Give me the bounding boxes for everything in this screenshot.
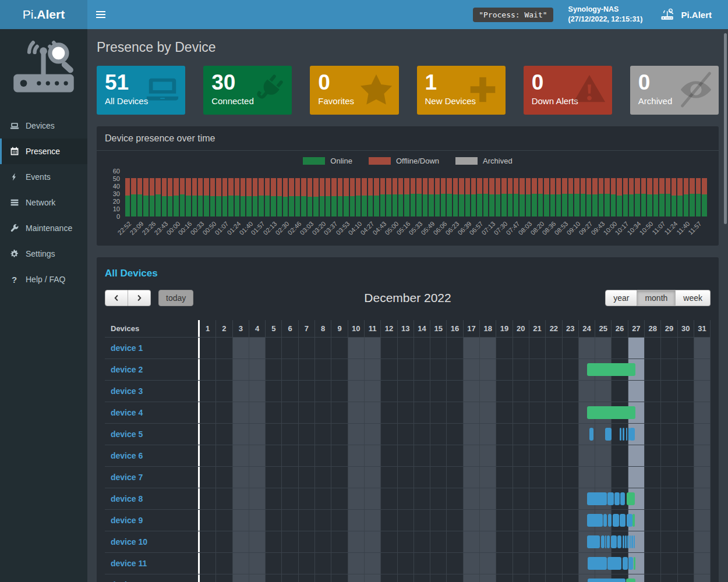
chart-bar <box>501 171 507 217</box>
day-cell <box>249 531 266 552</box>
brand-logo[interactable]: Pi.Alert <box>0 0 87 29</box>
sidebar-item-devices[interactable]: Devices <box>0 113 87 139</box>
device-link[interactable]: device 5 <box>111 430 143 439</box>
device-link[interactable]: device 7 <box>111 473 143 482</box>
day-cell <box>513 381 529 402</box>
chart-bar <box>422 171 428 217</box>
info-box-connected[interactable]: 30Connected <box>203 66 292 115</box>
sidebar-item-network[interactable]: Network <box>0 190 87 215</box>
day-cell <box>480 574 496 582</box>
day-cell <box>365 338 381 359</box>
day-cell <box>200 488 216 509</box>
bar-online-segment <box>393 194 397 217</box>
day-cell <box>200 574 216 582</box>
view-button-week[interactable]: week <box>676 290 711 306</box>
view-button-month[interactable]: month <box>637 290 676 306</box>
chart-bar <box>519 171 525 217</box>
next-month-button[interactable] <box>128 290 151 306</box>
device-row-device-4: device 4 <box>105 402 711 424</box>
info-box-down-alerts[interactable]: 0Down Alerts <box>524 66 612 115</box>
day-cell <box>398 402 414 423</box>
bolt-icon <box>9 172 19 182</box>
day-cell <box>447 531 463 552</box>
chart-bar <box>507 171 513 217</box>
view-button-year[interactable]: year <box>605 290 637 306</box>
day-cell <box>480 424 496 445</box>
chart-bar <box>476 171 482 217</box>
bar-online-segment <box>404 194 409 217</box>
legend-item-archived: Archived <box>455 157 513 165</box>
day-cell <box>414 402 430 423</box>
sidebar-item-maintenance[interactable]: Maintenance <box>0 215 87 241</box>
bar-online-segment <box>192 196 197 217</box>
top-navbar: "Process: Wait" Synology-NAS (27/12/2022… <box>87 0 728 29</box>
day-cell <box>661 531 677 552</box>
sidebar-toggle-button[interactable] <box>87 0 114 29</box>
info-box-archived[interactable]: 0Archived <box>630 66 719 115</box>
bar-offline-segment <box>562 178 567 194</box>
info-box-all-devices[interactable]: 51All Devices <box>97 66 185 115</box>
day-cell <box>513 445 529 466</box>
page-scrollbar-thumb[interactable] <box>724 33 727 224</box>
chart-bar <box>531 171 537 217</box>
day-cell <box>480 338 496 359</box>
bar-online-segment <box>496 194 500 217</box>
today-button[interactable]: today <box>158 290 193 306</box>
day-cell <box>414 574 430 582</box>
y-tick-label: 50 <box>113 175 120 182</box>
device-link[interactable]: device 8 <box>111 494 143 503</box>
day-cell <box>266 531 282 552</box>
day-cell <box>398 467 414 488</box>
device-link[interactable]: device 3 <box>111 386 143 396</box>
day-cell <box>249 402 266 423</box>
bar-offline-segment <box>137 178 142 195</box>
day-cell <box>398 445 414 466</box>
day-cell <box>496 574 513 582</box>
prev-month-button[interactable] <box>105 290 128 306</box>
brand-prefix: Pi <box>23 8 34 22</box>
bar-online-segment <box>210 196 215 217</box>
bar-online-segment <box>228 196 233 217</box>
device-link[interactable]: device 11 <box>111 559 147 568</box>
bar-online-segment <box>592 194 597 217</box>
day-header-26: 26 <box>612 320 628 337</box>
sidebar-item-presence[interactable]: Presence <box>0 139 87 164</box>
day-header-1: 1 <box>200 320 216 337</box>
bar-offline-segment <box>338 178 342 196</box>
bar-offline-segment <box>204 178 208 196</box>
device-link[interactable]: device 2 <box>111 365 143 374</box>
bar-online-segment <box>374 196 379 217</box>
day-cell <box>464 574 480 582</box>
device-link[interactable]: device 9 <box>111 516 143 525</box>
app-identity[interactable]: Pi.Alert <box>660 8 720 21</box>
presence-segment-blue <box>630 428 635 441</box>
chart-bar <box>495 171 501 217</box>
info-box-favorites[interactable]: 0Favorites <box>310 66 398 115</box>
chart-bar <box>628 171 634 217</box>
sidebar-item-help-faq[interactable]: ?Help / FAQ <box>0 267 87 292</box>
device-link[interactable]: device 4 <box>111 408 143 417</box>
day-cell <box>381 359 397 380</box>
day-cell <box>612 381 628 402</box>
day-header-13: 13 <box>398 320 414 337</box>
chart-bar <box>689 171 695 217</box>
day-cell <box>464 467 480 488</box>
device-link[interactable]: device 1 <box>111 343 143 353</box>
day-cell <box>216 381 232 402</box>
bar-offline-segment <box>489 178 494 195</box>
day-cell <box>200 424 216 445</box>
device-link[interactable]: device 6 <box>111 451 143 460</box>
day-cell <box>398 488 414 509</box>
chart-bar <box>641 171 646 217</box>
day-cell <box>266 338 282 359</box>
info-box-new-devices[interactable]: 1New Devices <box>417 66 506 115</box>
device-link[interactable]: device 10 <box>111 537 147 546</box>
device-presence-grid <box>198 381 711 402</box>
day-header-30: 30 <box>678 320 694 337</box>
day-cell <box>480 531 496 552</box>
day-cell <box>480 488 496 509</box>
bar-online-segment <box>265 196 270 217</box>
bar-online-segment <box>344 196 348 217</box>
sidebar-item-events[interactable]: Events <box>0 164 87 190</box>
sidebar-item-settings[interactable]: Settings <box>0 241 87 267</box>
